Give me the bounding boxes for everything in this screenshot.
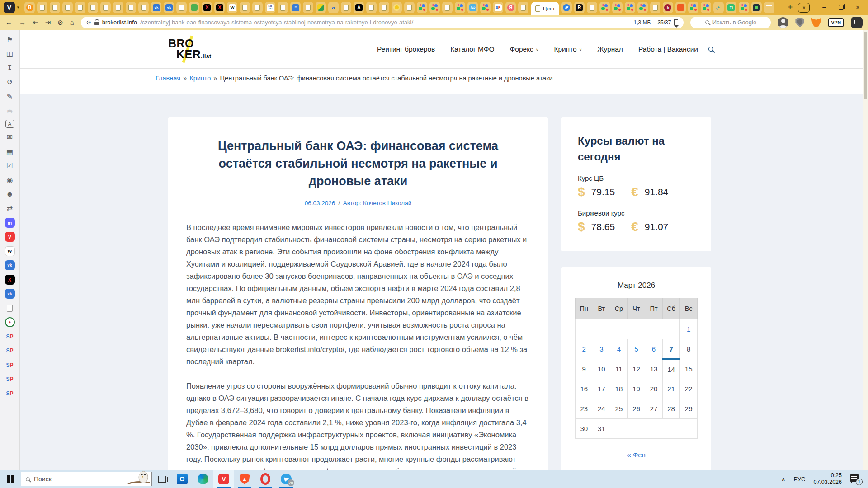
panel-translate-icon[interactable]: A xyxy=(5,120,14,128)
browser-tab-scissors-icon[interactable]: ✂ xyxy=(713,2,724,13)
language-indicator[interactable]: РУС xyxy=(793,476,805,483)
taskbar-app-brave[interactable]: ▲ xyxy=(234,470,255,488)
bookmark-icon[interactable] xyxy=(674,19,678,25)
nav-item-0[interactable]: Рейтинг брокеров xyxy=(377,45,435,53)
browser-tab-x-icon[interactable]: X xyxy=(214,2,225,13)
calendar-day-1[interactable]: 1 xyxy=(680,319,698,339)
browser-tab-doc-icon[interactable] xyxy=(341,2,351,13)
browser-tab-flag-icon[interactable] xyxy=(316,2,326,13)
panel-webpanel-vk-icon[interactable]: vk xyxy=(4,289,16,299)
browser-tab-doc-icon[interactable] xyxy=(176,2,187,13)
panel-webpanel-sp-icon[interactable]: SP xyxy=(4,346,16,356)
nav-item-3[interactable]: Крипто∨ xyxy=(554,45,582,53)
metamask-fox-icon[interactable] xyxy=(811,18,821,27)
lock-icon[interactable] xyxy=(94,22,99,25)
page-scrollbar[interactable] xyxy=(863,30,868,470)
browser-tab-dots-icon[interactable] xyxy=(599,2,610,13)
article-author-link[interactable]: Автор: Кочетов Николай xyxy=(343,200,412,206)
browser-tab-doc-icon[interactable] xyxy=(113,2,123,13)
panel-webpanel-vk-icon[interactable]: vk xyxy=(4,260,16,270)
calendar-day-2[interactable]: 2 xyxy=(576,339,593,359)
panel-webpanel-x-icon[interactable]: X xyxy=(4,275,16,285)
browser-tab-yellow-icon[interactable] xyxy=(392,2,402,13)
nav-item-5[interactable]: Работа | Вакансии xyxy=(638,45,698,53)
panel-webpanel-document-icon[interactable] xyxy=(4,303,16,313)
panel-mail-icon[interactable]: ✉ xyxy=(4,132,16,142)
calendar-day-5[interactable]: 5 xyxy=(627,339,645,359)
browser-tab-dots-icon[interactable] xyxy=(417,2,427,13)
tab-list-dropdown-button[interactable]: ∨ xyxy=(798,3,810,13)
browser-tab-doc-icon[interactable] xyxy=(650,2,660,13)
breadcrumb-item-1[interactable]: Крипто xyxy=(189,75,211,82)
active-tab[interactable]: Цент xyxy=(531,2,559,15)
minimize-button[interactable]: − xyxy=(822,4,826,11)
panel-webpanel-sp-icon[interactable]: SP xyxy=(4,360,16,370)
panel-webpanel-wikimedia-icon[interactable]: ● xyxy=(4,317,16,327)
browser-tab-dots-icon[interactable] xyxy=(625,2,635,13)
restore-button[interactable] xyxy=(839,5,844,10)
browser-tab-dots-icon[interactable] xyxy=(637,2,648,13)
browser-tab-vk-icon[interactable]: vk xyxy=(164,2,174,13)
browser-tab-chev-icon[interactable]: « xyxy=(328,2,339,13)
panel-feeds-icon[interactable]: ◉ xyxy=(4,175,16,185)
close-button[interactable]: × xyxy=(856,4,860,11)
calendar-day-4[interactable]: 4 xyxy=(610,339,628,359)
taskbar-app-edge[interactable] xyxy=(193,470,213,488)
panel-webpanel-sp-icon[interactable]: SP xyxy=(4,374,16,384)
browser-tab-if-icon[interactable]: IF xyxy=(561,2,572,13)
browser-tab-b-icon[interactable]: b xyxy=(663,2,673,13)
browser-tab-doc-icon[interactable] xyxy=(404,2,415,13)
nav-item-4[interactable]: Журнал xyxy=(597,45,623,53)
browser-tab-doc-icon[interactable] xyxy=(442,2,453,13)
taskbar-app-outlook[interactable]: O xyxy=(172,470,193,488)
panel-bookmarks-icon[interactable]: ⚑ xyxy=(4,34,16,44)
browser-tab-doc-icon[interactable] xyxy=(37,2,47,13)
browser-tab-wiki-icon[interactable]: W xyxy=(227,2,237,13)
search-field[interactable]: Искать в Google xyxy=(690,17,771,28)
content-blocker-icon[interactable]: ⊘ xyxy=(86,19,91,25)
browser-tab-grid-icon[interactable] xyxy=(764,2,774,13)
panel-sync-icon[interactable]: ⇄ xyxy=(4,203,16,213)
browser-tab-orange-icon[interactable] xyxy=(675,2,686,13)
browser-tab-a-icon[interactable]: A xyxy=(354,2,364,13)
vivaldi-menu-caret-icon[interactable]: ▼ xyxy=(16,5,20,9)
browser-tab-doc-icon[interactable] xyxy=(252,2,263,13)
browser-tab-doc-icon[interactable] xyxy=(100,2,111,13)
address-field[interactable]: ⊘ brokerlist.info /czentralnyj-bank-oae-… xyxy=(81,17,684,28)
browser-tab-doc-icon[interactable] xyxy=(278,2,288,13)
browser-tab-btc-icon[interactable]: B xyxy=(24,2,35,13)
browser-tab-doc-icon[interactable] xyxy=(587,2,597,13)
browser-tab-doc-icon[interactable] xyxy=(88,2,98,13)
browser-tab-green-icon[interactable] xyxy=(189,2,199,13)
panel-downloads-icon[interactable]: ↧ xyxy=(4,63,16,73)
taskbar-app-vivaldi[interactable]: V xyxy=(213,470,234,488)
rewind-button[interactable]: ⇤ xyxy=(33,19,38,26)
privacy-shield-icon[interactable] xyxy=(795,18,804,28)
stop-reload-button[interactable]: ⊗ xyxy=(57,19,63,26)
browser-tab-libru-icon[interactable]: LIB.RU xyxy=(265,2,275,13)
browser-tab-sp-icon[interactable]: SP xyxy=(493,2,503,13)
browser-tab-doc-icon[interactable] xyxy=(138,2,149,13)
panel-webpanel-sp-icon[interactable]: SP xyxy=(4,332,16,342)
start-button[interactable] xyxy=(0,470,21,488)
article-date[interactable]: 06.03.2026 xyxy=(305,200,335,206)
panel-webpanel-mastodon-icon[interactable]: m xyxy=(4,218,16,228)
task-view-button[interactable] xyxy=(152,470,172,488)
browser-tab-doc-icon[interactable] xyxy=(126,2,136,13)
browser-tab-doc-icon[interactable] xyxy=(518,2,528,13)
browser-tab-ibb-icon[interactable]: ibb xyxy=(467,2,478,13)
site-search-icon[interactable] xyxy=(708,47,713,52)
profile-avatar[interactable] xyxy=(778,17,788,28)
clock[interactable]: 0:25 07.03.2026 xyxy=(813,472,842,486)
browser-tab-x-icon[interactable]: X xyxy=(202,2,212,13)
fast-forward-button[interactable]: ⇥ xyxy=(45,19,51,26)
nav-item-2[interactable]: Форекс∨ xyxy=(510,45,539,53)
calendar-day-7[interactable]: 7 xyxy=(662,339,680,359)
panel-history-icon[interactable]: ↺ xyxy=(4,77,16,87)
browser-tab-doc-icon[interactable] xyxy=(50,2,60,13)
browser-tab-dots-icon[interactable] xyxy=(455,2,465,13)
calendar-day-3[interactable]: 3 xyxy=(593,339,610,359)
trash-icon[interactable] xyxy=(851,17,863,28)
panel-calendar-icon[interactable]: ▦ xyxy=(4,146,16,156)
forward-button[interactable]: → xyxy=(19,19,26,26)
